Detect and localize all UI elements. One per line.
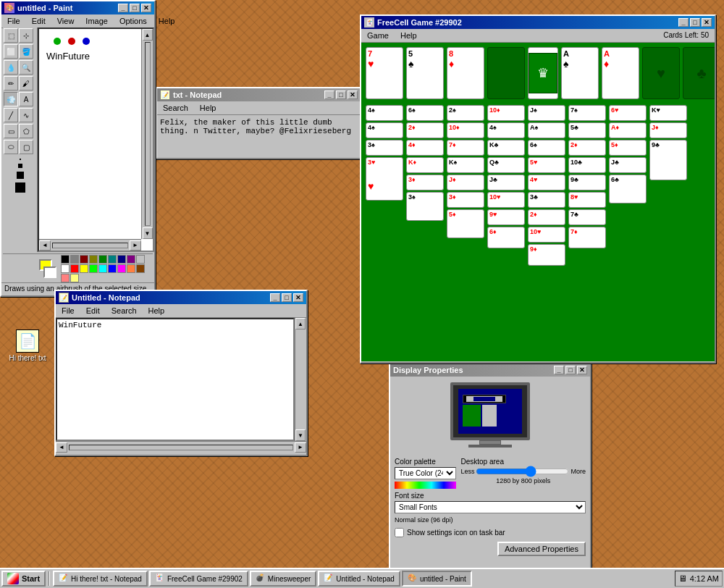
card[interactable]: A♠: [528, 122, 565, 138]
paint-canvas[interactable]: WinFuture ◄ ► ▲ ▼: [38, 28, 154, 252]
freecell-play-area[interactable]: 7♥ 5♠ 8♦ ♛ A♠: [361, 43, 715, 361]
card[interactable]: 9♣: [568, 175, 606, 190]
display-close[interactable]: ✕: [577, 366, 587, 374]
swatch-gray[interactable]: [70, 255, 79, 264]
display-props-titlebar[interactable]: Display Properties _ □ ✕: [390, 364, 590, 377]
notepad-bottom-minimize[interactable]: _: [270, 293, 280, 302]
notepad-bottom-maximize[interactable]: □: [282, 293, 292, 302]
card[interactable]: 8♥: [568, 192, 606, 208]
swatch-teal[interactable]: [108, 255, 117, 264]
card[interactable]: 3♠: [366, 140, 403, 156]
card[interactable]: 7♦: [568, 227, 606, 248]
notepad-top-titlebar[interactable]: 📝 txt - Notepad _ □ ✕: [157, 88, 361, 101]
brush-size-1[interactable]: [19, 158, 22, 161]
card[interactable]: 2♦: [406, 122, 444, 138]
tool-line[interactable]: ╱: [4, 108, 18, 122]
paint-menu-edit[interactable]: Edit: [29, 16, 49, 26]
card[interactable]: 7♦: [447, 140, 484, 156]
taskbar-btn-notepad2[interactable]: 📝 Untitled - Notepad: [318, 571, 400, 587]
paint-bg-color[interactable]: [43, 266, 56, 278]
notepad-top-minimize[interactable]: _: [324, 91, 334, 99]
notepad-bottom-menu-file[interactable]: File: [59, 306, 77, 316]
card[interactable]: 5♣: [568, 122, 606, 138]
card[interactable]: K♥: [649, 105, 687, 121]
color-palette-select[interactable]: True Color (24 bit): [395, 467, 456, 479]
swatch-maroon[interactable]: [80, 255, 88, 264]
swatch-orange[interactable]: [127, 264, 135, 273]
swatch-white[interactable]: [61, 264, 70, 273]
swatch-lime[interactable]: [89, 264, 98, 273]
brush-size-3[interactable]: [16, 171, 25, 180]
paint-hscroll[interactable]: ◄ ►: [39, 239, 141, 251]
free-cell-4[interactable]: [487, 47, 525, 99]
paint-menu-options[interactable]: Options: [117, 16, 150, 26]
freecell-minimize[interactable]: _: [678, 18, 689, 27]
freecell-close[interactable]: ✕: [702, 18, 712, 27]
card[interactable]: 9♣: [649, 140, 687, 180]
card[interactable]: J♣: [487, 175, 525, 190]
card[interactable]: 7♣: [568, 209, 606, 225]
card[interactable]: 5♦: [609, 140, 647, 156]
notepad-bottom-menu-help[interactable]: Help: [146, 306, 168, 316]
notepad-bottom-vscroll[interactable]: ▲ ▼: [295, 318, 306, 441]
card[interactable]: J♦: [649, 122, 687, 138]
card[interactable]: 2♦: [528, 209, 565, 225]
tool-eraser[interactable]: ⬜: [4, 44, 18, 59]
card[interactable]: 7♠: [568, 105, 606, 121]
card[interactable]: 3♠: [406, 192, 444, 221]
card[interactable]: 2♠: [447, 105, 484, 121]
card[interactable]: 2♦: [568, 140, 606, 156]
notepad-top-maximize[interactable]: □: [336, 91, 346, 99]
card[interactable]: 5♦: [447, 209, 484, 238]
taskbar-btn-freecell[interactable]: 🃏 FreeCell Game #29902: [149, 571, 248, 587]
tool-magnify[interactable]: 🔍: [19, 60, 33, 75]
tool-curve[interactable]: ∿: [19, 108, 33, 122]
card[interactable]: 4♠: [487, 122, 525, 138]
card[interactable]: A♦: [609, 122, 647, 138]
freecell-center-card[interactable]: ♛: [528, 47, 558, 99]
tool-ellipse[interactable]: ⬭: [4, 140, 18, 154]
swatch-magenta[interactable]: [117, 264, 126, 273]
card[interactable]: 9♥: [487, 209, 525, 225]
tool-airbrush[interactable]: 💨: [4, 92, 18, 106]
desktop-area-slider[interactable]: [476, 467, 569, 476]
swatch-blue[interactable]: [108, 264, 117, 273]
card[interactable]: 4♦: [406, 140, 444, 156]
swatch-yellow[interactable]: [80, 264, 88, 273]
card[interactable]: 6♦: [487, 227, 525, 248]
taskbar-btn-paint[interactable]: 🎨 untitled - Paint: [402, 571, 472, 587]
show-settings-checkbox[interactable]: [395, 528, 404, 537]
tool-text[interactable]: A: [19, 92, 33, 106]
start-button[interactable]: Start: [1, 571, 46, 587]
card[interactable]: J♣: [609, 157, 647, 173]
brush-size-2[interactable]: [17, 163, 23, 169]
paint-minimize-btn[interactable]: _: [118, 4, 128, 12]
freecell-menu-help[interactable]: Help: [397, 30, 420, 41]
notepad-bottom-close[interactable]: ✕: [293, 293, 303, 302]
card[interactable]: 4♠: [366, 105, 403, 121]
tool-select-free[interactable]: ⊹: [19, 28, 33, 43]
paint-menu-help[interactable]: Help: [156, 16, 178, 26]
card[interactable]: 10♥: [487, 192, 525, 208]
card[interactable]: Q♣: [487, 157, 525, 173]
home-cell-diamonds[interactable]: A♦: [602, 47, 639, 99]
swatch-purple[interactable]: [127, 255, 135, 264]
paint-menu-view[interactable]: View: [54, 16, 77, 26]
home-cell-hearts[interactable]: ♥: [642, 47, 680, 99]
tool-fill[interactable]: 🪣: [19, 44, 33, 59]
tool-rect[interactable]: ▭: [4, 124, 18, 138]
card[interactable]: 6♣: [609, 175, 647, 203]
card[interactable]: 3♦: [406, 175, 444, 190]
swatch-navy[interactable]: [117, 255, 126, 264]
notepad-top-menu-search[interactable]: Search: [160, 103, 191, 113]
card[interactable]: 10♥: [528, 227, 565, 243]
card[interactable]: 3♦: [447, 192, 484, 208]
home-cell-spades[interactable]: A♠: [561, 47, 599, 99]
swatch-red[interactable]: [70, 264, 79, 273]
card[interactable]: 10♦: [447, 122, 484, 138]
display-minimize[interactable]: _: [554, 366, 564, 374]
free-cell-2[interactable]: 5♠: [406, 47, 444, 99]
card[interactable]: 4♠: [366, 122, 403, 138]
notepad-bottom-hscroll[interactable]: ◄ ►: [56, 441, 306, 453]
card[interactable]: 10♣: [568, 157, 606, 173]
